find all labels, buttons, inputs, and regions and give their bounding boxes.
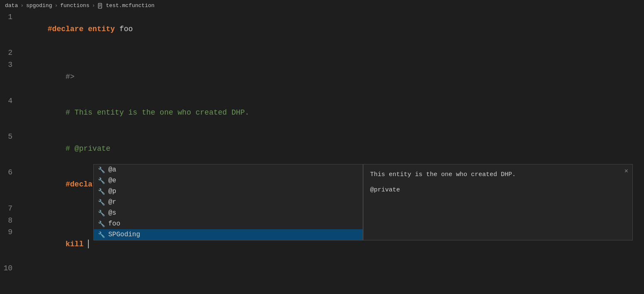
breadcrumb-spgoding[interactable]: spgoding: [26, 2, 52, 9]
line-number-6: 6: [0, 167, 21, 179]
line-number-9: 9: [0, 226, 21, 238]
autocomplete-item-at-r[interactable]: 🔧 @r: [94, 197, 363, 208]
autocomplete-item-spgoding[interactable]: 🔧 SPGoding: [94, 229, 363, 240]
autocomplete-label-spgoding: SPGoding: [108, 231, 140, 238]
line-content-4[interactable]: # This entity is the one who created DHP…: [21, 95, 644, 131]
entity-name-foo: foo: [120, 25, 133, 33]
tooltip-panel: × This entity is the one who created DHP…: [363, 164, 633, 240]
file-icon: [98, 3, 103, 9]
comment-private: # @private: [48, 145, 110, 153]
autocomplete-item-at-s[interactable]: 🔧 @s: [94, 208, 363, 218]
autocomplete-container: 🔧 @a 🔧 @e 🔧 @p 🔧 @r 🔧 @s 🔧 foo: [93, 164, 633, 240]
line-content-2[interactable]: [21, 47, 644, 59]
code-line-5: 5 # @private: [0, 131, 644, 167]
autocomplete-icon-at-a: 🔧: [98, 167, 105, 174]
line-number-10: 10: [0, 262, 21, 274]
line-content-1[interactable]: #declare entity foo: [21, 11, 644, 47]
code-line-2: 2: [0, 47, 644, 59]
text-cursor: [88, 240, 89, 249]
autocomplete-label-at-p: @p: [108, 188, 116, 195]
autocomplete-item-foo[interactable]: 🔧 foo: [94, 218, 363, 229]
autocomplete-icon-at-r: 🔧: [98, 199, 105, 206]
tooltip-close-button[interactable]: ×: [624, 168, 628, 175]
autocomplete-label-at-s: @s: [108, 209, 116, 217]
autocomplete-icon-at-s: 🔧: [98, 210, 105, 217]
code-line-4: 4 # This entity is the one who created D…: [0, 95, 644, 131]
line-number-5: 5: [0, 131, 21, 143]
breadcrumb-data[interactable]: data: [5, 2, 18, 9]
autocomplete-item-at-e[interactable]: 🔧 @e: [94, 175, 363, 186]
comment-description: # This entity is the one who created DHP…: [48, 108, 249, 117]
breadcrumb: data › spgoding › functions › test.mcfun…: [0, 0, 644, 11]
autocomplete-list: 🔧 @a 🔧 @e 🔧 @p 🔧 @r 🔧 @s 🔧 foo: [93, 164, 363, 240]
line-number-4: 4: [0, 95, 21, 107]
autocomplete-icon-at-e: 🔧: [98, 177, 105, 184]
line-number-1: 1: [0, 11, 21, 23]
autocomplete-label-foo: foo: [108, 220, 120, 228]
kill-command: kill: [48, 240, 88, 248]
autocomplete-label-at-r: @r: [108, 198, 116, 206]
declare-keyword-1: #declare entity: [48, 25, 120, 33]
line-content-10[interactable]: [21, 262, 644, 274]
breadcrumb-sep-3: ›: [92, 2, 95, 9]
autocomplete-icon-foo: 🔧: [98, 220, 105, 228]
breadcrumb-sep-1: ›: [20, 2, 24, 9]
editor-area: 1 #declare entity foo 2 3 #> 4 # This en…: [0, 11, 644, 274]
line-number-3: 3: [0, 59, 21, 71]
autocomplete-icon-spgoding: 🔧: [98, 231, 105, 238]
tooltip-description: This entity is the one who created DHP.: [370, 170, 626, 180]
code-line-3: 3 #>: [0, 59, 644, 95]
breadcrumb-filename[interactable]: test.mcfunction: [106, 2, 154, 9]
autocomplete-item-at-a[interactable]: 🔧 @a: [94, 164, 363, 175]
line-number-8: 8: [0, 215, 21, 227]
code-line-1: 1 #declare entity foo: [0, 11, 644, 47]
autocomplete-item-at-p[interactable]: 🔧 @p: [94, 186, 363, 197]
autocomplete-icon-at-p: 🔧: [98, 188, 105, 195]
line-content-5[interactable]: # @private: [21, 131, 644, 167]
tooltip-tag: @private: [370, 186, 626, 194]
autocomplete-label-at-e: @e: [108, 177, 116, 184]
code-line-10: 10: [0, 262, 644, 274]
autocomplete-label-at-a: @a: [108, 166, 116, 174]
breadcrumb-sep-2: ›: [54, 2, 58, 9]
line-number-7: 7: [0, 203, 21, 215]
line-number-2: 2: [0, 47, 21, 59]
comment-docopen: #>: [48, 73, 75, 81]
breadcrumb-functions[interactable]: functions: [60, 2, 89, 9]
line-content-3[interactable]: #>: [21, 59, 644, 95]
